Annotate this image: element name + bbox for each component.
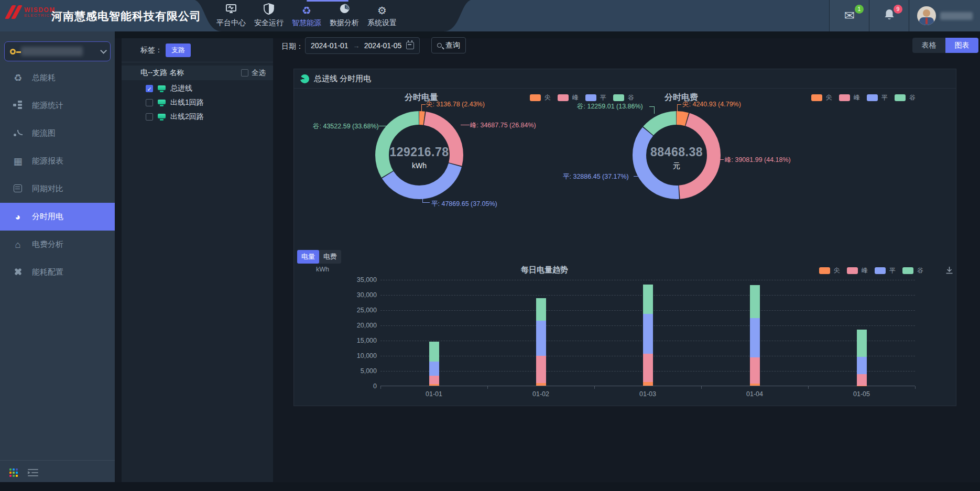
- x-tick-label: 01-02: [487, 390, 594, 398]
- collapse-menu-icon[interactable]: [28, 469, 38, 476]
- left-sidebar: ♻ 总能耗 能源统计 能流图 ▦ 能源报表 同期对比 ◕ 分时用电: [0, 31, 115, 482]
- legend-swatch[interactable]: [895, 94, 906, 101]
- legend-swatch[interactable]: [867, 94, 878, 101]
- legend-swatch[interactable]: [839, 94, 850, 101]
- mail-icon: ✉: [844, 8, 854, 23]
- tree-header-label: 电--支路 名称: [140, 68, 184, 78]
- tab-cost[interactable]: 电费: [319, 250, 341, 264]
- donut-label-peak: 峰: 39081.99 (44.18%): [725, 156, 791, 165]
- stacked-bar-01-02[interactable]: [536, 298, 546, 386]
- bar-y-axis-unit: kWh: [316, 266, 329, 273]
- bar-segment-峰: [643, 354, 653, 382]
- calendar-icon: [12, 184, 24, 194]
- select-all-control[interactable]: 全选: [241, 68, 266, 78]
- company-name: 河南慧感电智能科技有限公司: [51, 9, 201, 24]
- y-tick-label: 0: [373, 383, 377, 390]
- sidebar-item-energy-report[interactable]: ▦ 能源报表: [0, 147, 115, 175]
- sidebar-item-label: 能耗配置: [32, 267, 63, 277]
- legend-swatch[interactable]: [847, 267, 858, 274]
- bar-plot-area[interactable]: [380, 280, 915, 386]
- tree-item-label: 总进线: [170, 84, 192, 93]
- bar-segment-尖: [750, 384, 760, 386]
- content-top-strip: [115, 31, 980, 38]
- user-menu[interactable]: [909, 0, 980, 31]
- meter-icon: [158, 85, 166, 92]
- legend-label: 尖: [545, 93, 551, 102]
- stacked-bar-01-03[interactable]: [643, 285, 653, 386]
- sidebar-item-total-energy[interactable]: ♻ 总能耗: [0, 64, 115, 92]
- legend-swatch[interactable]: [530, 94, 541, 101]
- stacked-bar-01-05[interactable]: [857, 330, 867, 386]
- apps-grid-icon[interactable]: [9, 468, 18, 477]
- sidebar-item-cost-analysis[interactable]: ⌂ 电费分析: [0, 231, 115, 258]
- tree-item-outgoing-1[interactable]: 出线1回路: [146, 96, 204, 109]
- view-table-button[interactable]: 表格: [912, 38, 945, 53]
- bar-segment-峰: [750, 357, 760, 384]
- donut-label-sharp: 尖: 3136.78 (2.43%): [426, 100, 485, 109]
- tools-icon: [12, 267, 24, 278]
- notifications-button[interactable]: 9: [869, 0, 909, 31]
- nav-label: 系统设置: [360, 18, 404, 28]
- sidebar-item-energy-flow[interactable]: 能流图: [0, 119, 115, 147]
- query-button[interactable]: 查询: [431, 37, 466, 53]
- tab-energy[interactable]: 电量: [297, 250, 319, 264]
- donut-energy-total: 129216.78: [367, 145, 472, 159]
- legend-label: 谷: [917, 266, 923, 275]
- site-selector-dropdown[interactable]: [4, 41, 111, 61]
- legend-swatch[interactable]: [902, 267, 913, 274]
- sidebar-item-tou-power[interactable]: ◕ 分时用电: [0, 203, 115, 231]
- stacked-bar-01-04[interactable]: [750, 285, 760, 386]
- tree-item-checkbox[interactable]: [146, 99, 153, 106]
- bar-segment-谷: [536, 298, 546, 321]
- tree-item-outgoing-2[interactable]: 出线2回路: [146, 111, 204, 123]
- mail-button[interactable]: ✉ 1: [829, 0, 869, 31]
- branch-tree-panel: 标签： 支路 电--支路 名称 全选 ✓ 总进线 出线1回路 出线2回路: [122, 38, 273, 482]
- tree-item-checkbox[interactable]: [146, 113, 153, 121]
- stacked-bar-01-01[interactable]: [429, 342, 439, 386]
- legend-label: 峰: [862, 266, 868, 275]
- tag-chip-branch[interactable]: 支路: [166, 43, 191, 57]
- legend-swatch[interactable]: [811, 94, 822, 101]
- bar-segment-峰: [536, 356, 546, 383]
- bar-segment-谷: [429, 342, 439, 362]
- tree-item-checkbox[interactable]: ✓: [146, 85, 153, 92]
- download-icon[interactable]: [945, 266, 953, 276]
- sidebar-item-period-compare[interactable]: 同期对比: [0, 175, 115, 203]
- tree-item-main-incoming[interactable]: ✓ 总进线: [146, 82, 192, 95]
- y-tick-label: 30,000: [357, 291, 377, 299]
- nav-item-system-settings[interactable]: ⚙ 系统设置: [360, 3, 404, 28]
- sidebar-divider: [0, 460, 115, 461]
- bottom-strip: [0, 482, 980, 491]
- bell-badge: 9: [894, 5, 902, 14]
- bar-segment-峰: [429, 376, 439, 384]
- query-button-label: 查询: [445, 41, 460, 50]
- date-end-value[interactable]: 2024-01-05: [364, 41, 402, 50]
- bar-segment-平: [643, 314, 653, 354]
- donut-label-valley: 谷: 12259.01 (13.86%): [577, 102, 643, 111]
- meter-icon: [158, 100, 166, 106]
- legend-swatch[interactable]: [875, 267, 886, 274]
- sidebar-item-label: 总能耗: [32, 73, 56, 83]
- select-all-checkbox[interactable]: [241, 69, 248, 77]
- sidebar-item-energy-config[interactable]: 能耗配置: [0, 258, 115, 286]
- username-redacted: [940, 12, 973, 20]
- legend-swatch[interactable]: [585, 94, 596, 101]
- gear-icon: ⚙: [360, 3, 404, 18]
- sidebar-item-label: 电费分析: [32, 239, 63, 249]
- sidebar-item-energy-stats[interactable]: 能源统计: [0, 92, 115, 119]
- donut-label-valley: 谷: 43522.59 (33.68%): [313, 122, 379, 131]
- bar-segment-谷: [857, 330, 867, 357]
- legend-swatch[interactable]: [558, 94, 569, 101]
- donut-cost-total: 88468.38: [624, 145, 729, 159]
- sidebar-item-label: 能源统计: [32, 101, 63, 111]
- y-tick-label: 25,000: [357, 307, 377, 314]
- date-start-value[interactable]: 2024-01-01: [311, 41, 349, 50]
- legend-swatch[interactable]: [819, 267, 830, 274]
- view-chart-button[interactable]: 图表: [945, 38, 978, 53]
- x-tick-label: 01-03: [594, 390, 701, 398]
- date-range-input[interactable]: 2024-01-01 → 2024-01-05: [305, 37, 420, 54]
- donut-label-sharp: 尖: 4240.93 (4.79%): [682, 100, 741, 109]
- bar-segment-平: [429, 362, 439, 376]
- calendar-icon: [406, 42, 414, 49]
- tou-chart-panel: 总进线 分时用电 分时电量 尖峰平谷 129216.78 kWh 尖: 3136…: [293, 69, 956, 406]
